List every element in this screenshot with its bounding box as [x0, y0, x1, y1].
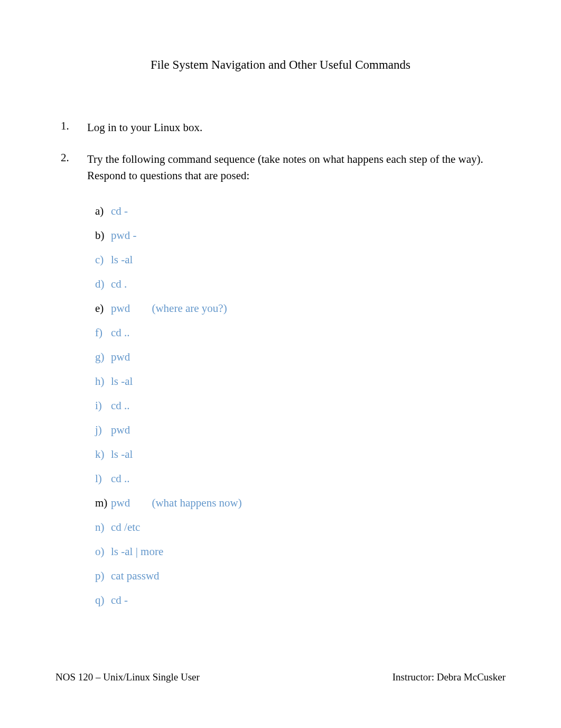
command-item: h) ls -al: [111, 375, 506, 388]
command-text: pwd -: [111, 229, 136, 242]
item-letter: q): [95, 594, 105, 607]
command-text: ls -al: [111, 448, 133, 460]
item-letter: i): [95, 399, 102, 412]
item-letter: p): [95, 569, 105, 583]
item-letter: h): [95, 375, 105, 388]
item-letter: g): [95, 351, 105, 364]
item-letter: l): [95, 472, 102, 485]
command-item: i) cd ..: [111, 399, 506, 412]
item-letter: k): [95, 448, 105, 461]
item-letter: d): [95, 278, 105, 291]
command-text: cd ..: [111, 472, 130, 485]
footer-right: Instructor: Debra McCusker: [392, 671, 506, 683]
command-text: pwd: [111, 351, 130, 363]
command-text: ls -al: [111, 375, 133, 388]
item-letter: e): [95, 302, 104, 315]
item-letter: n): [95, 521, 105, 534]
instruction-text: Log in to your Linux box.: [87, 121, 202, 134]
item-letter: b): [95, 229, 105, 242]
command-text: cd /etc: [111, 521, 140, 533]
list-item: 2. Try the following command sequence (t…: [87, 151, 506, 607]
command-text: cd ..: [111, 326, 130, 339]
command-item: g) pwd: [111, 351, 506, 364]
command-text: cat passwd: [111, 569, 160, 582]
list-item: 1. Log in to your Linux box.: [87, 119, 506, 135]
page-title: File System Navigation and Other Useful …: [55, 58, 506, 72]
item-letter: f): [95, 326, 102, 339]
command-item: j) pwd: [111, 423, 506, 437]
command-text: cd -: [111, 205, 128, 217]
command-text: pwd: [111, 496, 130, 509]
command-text: pwd: [111, 302, 130, 315]
command-item: f) cd ..: [111, 326, 506, 339]
command-text: cd .: [111, 278, 127, 290]
command-item: m) pwd (what happens now): [111, 496, 506, 510]
command-note: (where are you?): [152, 302, 227, 315]
command-text: pwd: [111, 423, 130, 436]
command-item: q) cd -: [111, 594, 506, 607]
command-text: cd ..: [111, 399, 130, 412]
command-list: a) cd - b) pwd - c) ls -al d) cd . e) pw…: [87, 205, 506, 607]
main-list: 1. Log in to your Linux box. 2. Try the …: [55, 119, 506, 607]
item-letter: o): [95, 545, 105, 558]
command-text: ls -al | more: [111, 545, 163, 558]
command-item: p) cat passwd: [111, 569, 506, 583]
command-text: cd -: [111, 594, 128, 606]
command-item: e) pwd (where are you?): [111, 302, 506, 315]
command-item: b) pwd -: [111, 229, 506, 242]
item-letter: m): [95, 496, 107, 510]
item-number: 2.: [61, 151, 69, 164]
page-footer: NOS 120 – Unix/Linux Single User Instruc…: [55, 671, 506, 683]
instruction-text: Try the following command sequence (take…: [87, 153, 483, 181]
item-letter: a): [95, 205, 104, 218]
command-note: (what happens now): [152, 496, 241, 509]
item-letter: j): [95, 423, 102, 437]
command-item: o) ls -al | more: [111, 545, 506, 558]
command-item: k) ls -al: [111, 448, 506, 461]
command-item: a) cd -: [111, 205, 506, 218]
command-item: c) ls -al: [111, 253, 506, 266]
command-item: d) cd .: [111, 278, 506, 291]
footer-left: NOS 120 – Unix/Linux Single User: [55, 671, 200, 683]
item-letter: c): [95, 253, 104, 266]
command-item: n) cd /etc: [111, 521, 506, 534]
command-text: ls -al: [111, 253, 133, 266]
item-number: 1.: [61, 119, 69, 133]
command-item: l) cd ..: [111, 472, 506, 485]
